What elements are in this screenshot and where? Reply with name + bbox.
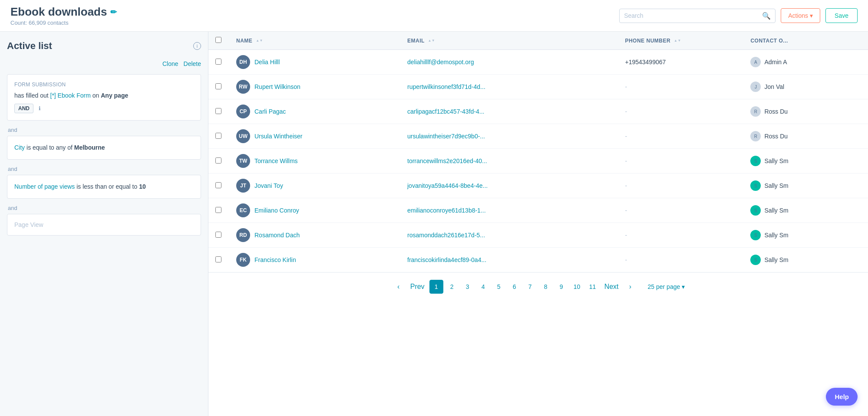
email-link[interactable]: carlipagacf12bc457-43fd-4... <box>407 108 484 115</box>
filter-type-label: Form submission <box>14 82 194 88</box>
contact-name-link[interactable]: Ursula Wintheiser <box>254 133 302 140</box>
main-layout: Active list i Clone Delete Form submissi… <box>0 32 868 416</box>
save-button[interactable]: Save <box>825 8 858 23</box>
owner-name: Sally Sm <box>764 256 788 263</box>
email-link[interactable]: franciscokirlinda4ecf89-0a4... <box>407 256 486 263</box>
page-11-button[interactable]: 11 <box>586 280 600 294</box>
page-10-button[interactable]: 10 <box>570 280 584 294</box>
and-badge-button[interactable]: AND <box>14 104 33 113</box>
name-cell: DH Delia Hilll <box>229 50 400 75</box>
filter-form-submission: Form submission has filled out [*] Ebook… <box>7 74 201 121</box>
per-page-select[interactable]: 25 per page ▾ <box>648 283 685 290</box>
col-header-name[interactable]: NAME ▲▼ <box>229 32 400 50</box>
phone-cell: - <box>618 174 743 198</box>
next-button[interactable]: › <box>624 280 637 294</box>
row-checkbox-cell[interactable] <box>208 223 229 248</box>
row-checkbox-cell[interactable] <box>208 149 229 174</box>
name-cell: FK Francisco Kirlin <box>229 248 400 272</box>
delete-button[interactable]: Delete <box>184 60 201 67</box>
info-icon[interactable]: i <box>193 42 201 50</box>
email-cell: carlipagacf12bc457-43fd-4... <box>400 99 618 124</box>
help-button[interactable]: Help <box>826 388 858 406</box>
row-checkbox[interactable] <box>215 256 221 262</box>
page-6-button[interactable]: 6 <box>508 280 521 294</box>
page-1-button[interactable]: 1 <box>429 280 443 294</box>
row-checkbox-cell[interactable] <box>208 99 229 124</box>
table-row: JT Jovani Toy jovanitoya59a4464-8be4-4e.… <box>208 174 868 198</box>
email-link[interactable]: emilianoconroye61d13b8-1... <box>407 207 486 214</box>
row-checkbox[interactable] <box>215 59 221 65</box>
row-checkbox-cell[interactable] <box>208 198 229 223</box>
row-checkbox[interactable] <box>215 108 221 114</box>
sidebar: Active list i Clone Delete Form submissi… <box>0 32 208 416</box>
contact-name-link[interactable]: Francisco Kirlin <box>254 256 296 263</box>
pageviews-link[interactable]: Number of page views <box>14 183 75 190</box>
row-checkbox-cell[interactable] <box>208 174 229 198</box>
phone-dash: - <box>625 83 627 90</box>
page-7-button[interactable]: 7 <box>523 280 537 294</box>
row-checkbox[interactable] <box>215 207 221 213</box>
page-5-button[interactable]: 5 <box>492 280 506 294</box>
page-9-button[interactable]: 9 <box>554 280 568 294</box>
owner-name: Sally Sm <box>764 157 788 164</box>
email-link[interactable]: deliahilllf@demospot.org <box>407 59 474 66</box>
email-link[interactable]: ursulawintheiser7d9ec9b0-... <box>407 133 485 140</box>
actions-button[interactable]: Actions ▾ <box>781 8 820 23</box>
col-header-owner[interactable]: CONTACT O... <box>743 32 868 50</box>
row-checkbox-cell[interactable] <box>208 75 229 99</box>
email-cell: jovanitoya59a4464-8be4-4e... <box>400 174 618 198</box>
clone-button[interactable]: Clone <box>162 60 178 67</box>
contact-name-link[interactable]: Rupert Wilkinson <box>254 83 300 90</box>
per-page-label: 25 per page <box>648 283 680 290</box>
col-header-phone[interactable]: PHONE NUMBER ▲▼ <box>618 32 743 50</box>
prev-button[interactable]: ‹ <box>392 280 406 294</box>
name-cell: UW Ursula Wintheiser <box>229 124 400 149</box>
row-checkbox[interactable] <box>215 157 221 164</box>
select-all-checkbox[interactable] <box>215 37 221 43</box>
page-4-button[interactable]: 4 <box>476 280 490 294</box>
row-checkbox-cell[interactable] <box>208 124 229 149</box>
row-checkbox[interactable] <box>215 182 221 188</box>
row-checkbox-cell[interactable] <box>208 248 229 272</box>
owner-avatar: S <box>750 180 761 191</box>
contact-name-link[interactable]: Delia Hilll <box>254 59 280 66</box>
row-checkbox-cell[interactable] <box>208 50 229 75</box>
page-8-button[interactable]: 8 <box>539 280 553 294</box>
table-header-row: NAME ▲▼ EMAIL ▲▼ PHONE NUMBER ▲▼ CONTACT… <box>208 32 868 50</box>
next-label-button[interactable]: Next <box>601 280 622 294</box>
search-icon: 🔍 <box>762 12 771 20</box>
col-header-email[interactable]: EMAIL ▲▼ <box>400 32 618 50</box>
edit-icon[interactable]: ✏ <box>110 7 117 17</box>
row-checkbox[interactable] <box>215 83 221 89</box>
ebook-form-link[interactable]: [*] Ebook Form <box>50 92 91 99</box>
row-checkbox[interactable] <box>215 133 221 139</box>
filter-pageview-placeholder[interactable]: Page View <box>7 214 201 236</box>
city-link[interactable]: City <box>14 144 25 151</box>
table-row: EC Emiliano Conroy emilianoconroye61d13b… <box>208 198 868 223</box>
and-info-icon[interactable]: ℹ <box>39 105 41 111</box>
page-title: Ebook downloads ✏ <box>10 5 117 19</box>
email-link[interactable]: torrancewillms2e2016ed-40... <box>407 157 487 164</box>
search-box[interactable]: 🔍 <box>619 9 776 23</box>
contact-name-link[interactable]: Carli Pagac <box>254 108 286 115</box>
select-all-checkbox-cell[interactable] <box>208 32 229 50</box>
filter-desc: has filled out [*] Ebook Form on Any pag… <box>14 91 194 100</box>
page-2-button[interactable]: 2 <box>445 280 459 294</box>
contact-name-link[interactable]: Rosamond Dach <box>254 232 300 239</box>
avatar: RD <box>236 228 250 242</box>
avatar: RW <box>236 80 250 94</box>
prev-label-button[interactable]: Prev <box>407 280 428 294</box>
email-link[interactable]: rosamonddach2616e17d-5... <box>407 232 485 239</box>
contact-name-link[interactable]: Torrance Willms <box>254 157 298 164</box>
contact-name-link[interactable]: Jovani Toy <box>254 182 283 189</box>
page-3-button[interactable]: 3 <box>461 280 475 294</box>
search-input[interactable] <box>624 12 762 19</box>
table-row: CP Carli Pagac carlipagacf12bc457-43fd-4… <box>208 99 868 124</box>
and-separator-2: and <box>7 163 201 175</box>
contact-name-link[interactable]: Emiliano Conroy <box>254 207 299 214</box>
row-checkbox[interactable] <box>215 232 221 238</box>
email-link[interactable]: rupertwilkinsonef3fd71d-4d... <box>407 83 485 90</box>
email-link[interactable]: jovanitoya59a4464-8be4-4e... <box>407 182 488 189</box>
filter-pageviews: Number of page views is less than or equ… <box>7 175 201 199</box>
phone-dash: - <box>625 207 627 214</box>
